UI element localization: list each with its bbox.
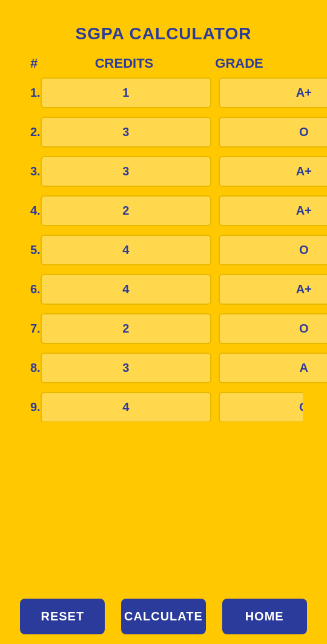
table-row: 8.: [24, 353, 303, 383]
table-row: 1.: [24, 77, 303, 108]
grade-input-1[interactable]: [219, 77, 327, 108]
credits-input-3[interactable]: [41, 156, 211, 187]
table-row: 5.: [24, 235, 303, 265]
credits-input-1[interactable]: [41, 77, 211, 108]
row-num-2: 2.: [30, 125, 41, 139]
table-row: 3.: [24, 156, 303, 187]
credits-input-8[interactable]: [41, 353, 211, 383]
row-num-3: 3.: [30, 164, 41, 178]
header-grade: GRADE: [182, 56, 297, 71]
app-title: SGPA CALCULATOR: [76, 24, 252, 44]
partial-grade-input[interactable]: [219, 392, 303, 422]
credits-input-4[interactable]: [41, 195, 211, 226]
grade-input-8[interactable]: [219, 353, 327, 383]
row-num-6: 6.: [30, 282, 41, 296]
grade-input-6[interactable]: [219, 274, 327, 305]
reset-button[interactable]: RESET: [20, 599, 105, 634]
grade-input-2[interactable]: [219, 117, 327, 148]
credits-input-6[interactable]: [41, 274, 211, 305]
table-row: 6.: [24, 274, 303, 305]
bottom-bar: RESET CALCULATE HOME: [0, 589, 327, 644]
rows-container: 1.2.3.4.5.6.7.8.: [24, 77, 303, 383]
row-num-5: 5.: [30, 243, 41, 257]
credits-input-5[interactable]: [41, 235, 211, 265]
partial-row-9: 9.: [24, 392, 303, 422]
row-num-1: 1.: [30, 86, 41, 100]
grade-input-4[interactable]: [219, 195, 327, 226]
table-header: # CREDITS GRADE: [24, 56, 303, 71]
grade-input-3[interactable]: [219, 156, 327, 187]
row-num-4: 4.: [30, 204, 41, 218]
row-num-7: 7.: [30, 322, 41, 336]
row-num-8: 8.: [30, 361, 41, 375]
table-row: 2.: [24, 117, 303, 148]
partial-row-num: 9.: [30, 400, 41, 414]
header-num: #: [30, 56, 67, 71]
credits-input-2[interactable]: [41, 117, 211, 148]
grade-input-7[interactable]: [219, 313, 327, 344]
home-button[interactable]: HOME: [222, 599, 307, 634]
grade-input-5[interactable]: [219, 235, 327, 265]
table-row: 7.: [24, 313, 303, 344]
credits-input-7[interactable]: [41, 313, 211, 344]
calculate-button[interactable]: CALCULATE: [121, 599, 206, 634]
table-container: # CREDITS GRADE 1.2.3.4.5.6.7.8. 9.: [0, 56, 327, 589]
table-row: 4.: [24, 195, 303, 226]
header-credits: CREDITS: [67, 56, 182, 71]
partial-credits-input[interactable]: [41, 392, 211, 422]
